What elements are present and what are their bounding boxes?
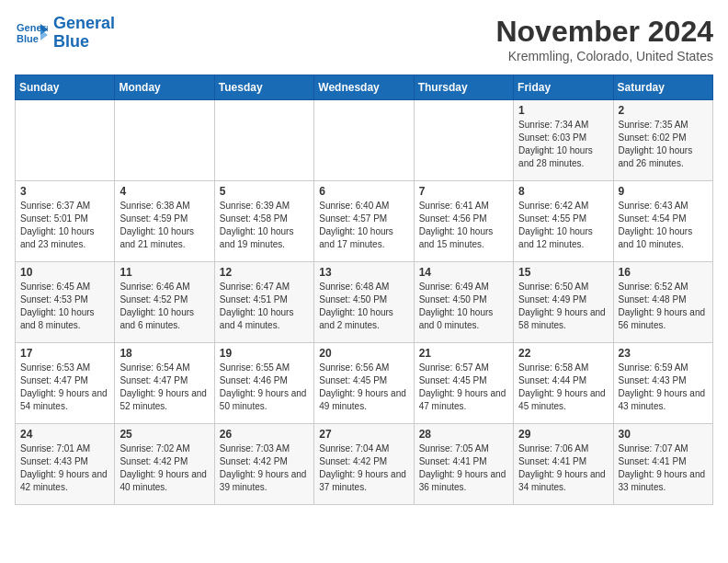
calendar-cell: 8Sunrise: 6:42 AM Sunset: 4:55 PM Daylig… bbox=[514, 181, 613, 262]
header-row: SundayMondayTuesdayWednesdayThursdayFrid… bbox=[16, 75, 713, 100]
day-number: 7 bbox=[419, 185, 508, 198]
cell-info: Sunrise: 6:46 AM Sunset: 4:52 PM Dayligh… bbox=[119, 281, 209, 332]
calendar-header: SundayMondayTuesdayWednesdayThursdayFrid… bbox=[16, 75, 713, 100]
cell-info: Sunrise: 6:55 AM Sunset: 4:46 PM Dayligh… bbox=[220, 362, 309, 413]
calendar-row: 17Sunrise: 6:53 AM Sunset: 4:47 PM Dayli… bbox=[16, 343, 713, 424]
calendar-row: 3Sunrise: 6:37 AM Sunset: 5:01 PM Daylig… bbox=[16, 181, 713, 262]
cell-info: Sunrise: 6:52 AM Sunset: 4:48 PM Dayligh… bbox=[619, 281, 708, 332]
calendar-cell: 30Sunrise: 7:07 AM Sunset: 4:41 PM Dayli… bbox=[613, 424, 712, 505]
calendar-cell: 17Sunrise: 6:53 AM Sunset: 4:47 PM Dayli… bbox=[16, 343, 115, 424]
calendar-cell bbox=[16, 100, 115, 181]
calendar-cell bbox=[414, 100, 513, 181]
day-number: 11 bbox=[119, 266, 209, 279]
header-day: Saturday bbox=[613, 75, 712, 100]
header-day: Wednesday bbox=[314, 75, 414, 100]
logo-line2: Blue bbox=[53, 32, 89, 51]
calendar-cell: 11Sunrise: 6:46 AM Sunset: 4:52 PM Dayli… bbox=[115, 262, 214, 343]
calendar-cell: 14Sunrise: 6:49 AM Sunset: 4:50 PM Dayli… bbox=[414, 262, 513, 343]
cell-info: Sunrise: 6:49 AM Sunset: 4:50 PM Dayligh… bbox=[419, 281, 508, 332]
day-number: 28 bbox=[419, 428, 508, 441]
day-number: 25 bbox=[119, 428, 209, 441]
day-number: 14 bbox=[419, 266, 508, 279]
day-number: 10 bbox=[20, 266, 109, 279]
calendar-cell: 12Sunrise: 6:47 AM Sunset: 4:51 PM Dayli… bbox=[214, 262, 313, 343]
cell-info: Sunrise: 7:05 AM Sunset: 4:41 PM Dayligh… bbox=[419, 442, 508, 494]
cell-info: Sunrise: 6:54 AM Sunset: 4:47 PM Dayligh… bbox=[119, 362, 209, 413]
calendar-cell: 4Sunrise: 6:38 AM Sunset: 4:59 PM Daylig… bbox=[115, 181, 214, 262]
header-day: Tuesday bbox=[214, 75, 313, 100]
cell-info: Sunrise: 6:47 AM Sunset: 4:51 PM Dayligh… bbox=[220, 281, 309, 332]
location: Kremmling, Colorado, United States bbox=[495, 49, 713, 63]
cell-info: Sunrise: 6:59 AM Sunset: 4:43 PM Dayligh… bbox=[619, 362, 708, 413]
day-number: 6 bbox=[319, 185, 408, 198]
cell-info: Sunrise: 7:04 AM Sunset: 4:42 PM Dayligh… bbox=[319, 442, 408, 494]
calendar-cell: 24Sunrise: 7:01 AM Sunset: 4:43 PM Dayli… bbox=[16, 424, 115, 505]
calendar-cell: 3Sunrise: 6:37 AM Sunset: 5:01 PM Daylig… bbox=[16, 181, 115, 262]
calendar-cell: 6Sunrise: 6:40 AM Sunset: 4:57 PM Daylig… bbox=[314, 181, 414, 262]
calendar-cell: 27Sunrise: 7:04 AM Sunset: 4:42 PM Dayli… bbox=[314, 424, 414, 505]
logo-text: General Blue bbox=[53, 15, 115, 52]
cell-info: Sunrise: 6:41 AM Sunset: 4:56 PM Dayligh… bbox=[419, 200, 508, 251]
cell-info: Sunrise: 6:38 AM Sunset: 4:59 PM Dayligh… bbox=[119, 200, 209, 251]
calendar-cell: 7Sunrise: 6:41 AM Sunset: 4:56 PM Daylig… bbox=[414, 181, 513, 262]
calendar-cell: 10Sunrise: 6:45 AM Sunset: 4:53 PM Dayli… bbox=[16, 262, 115, 343]
day-number: 29 bbox=[518, 428, 608, 441]
svg-text:Blue: Blue bbox=[17, 33, 39, 44]
cell-info: Sunrise: 6:48 AM Sunset: 4:50 PM Dayligh… bbox=[319, 281, 408, 332]
day-number: 1 bbox=[518, 104, 608, 117]
day-number: 16 bbox=[619, 266, 708, 279]
logo-icon: General Blue bbox=[15, 17, 48, 50]
calendar-cell bbox=[314, 100, 414, 181]
day-number: 4 bbox=[119, 185, 209, 198]
calendar-cell: 22Sunrise: 6:58 AM Sunset: 4:44 PM Dayli… bbox=[514, 343, 613, 424]
calendar-cell: 19Sunrise: 6:55 AM Sunset: 4:46 PM Dayli… bbox=[214, 343, 313, 424]
cell-info: Sunrise: 6:53 AM Sunset: 4:47 PM Dayligh… bbox=[20, 362, 109, 413]
cell-info: Sunrise: 6:39 AM Sunset: 4:58 PM Dayligh… bbox=[220, 200, 309, 251]
logo-line1: General bbox=[53, 14, 115, 32]
cell-info: Sunrise: 6:50 AM Sunset: 4:49 PM Dayligh… bbox=[518, 281, 608, 332]
day-number: 20 bbox=[319, 347, 408, 360]
cell-info: Sunrise: 6:58 AM Sunset: 4:44 PM Dayligh… bbox=[518, 362, 608, 413]
day-number: 8 bbox=[518, 185, 608, 198]
day-number: 22 bbox=[518, 347, 608, 360]
day-number: 9 bbox=[619, 185, 708, 198]
day-number: 27 bbox=[319, 428, 408, 441]
calendar-table: SundayMondayTuesdayWednesdayThursdayFrid… bbox=[15, 75, 713, 505]
cell-info: Sunrise: 6:57 AM Sunset: 4:45 PM Dayligh… bbox=[419, 362, 508, 413]
cell-info: Sunrise: 6:37 AM Sunset: 5:01 PM Dayligh… bbox=[20, 200, 109, 251]
calendar-cell: 23Sunrise: 6:59 AM Sunset: 4:43 PM Dayli… bbox=[613, 343, 712, 424]
calendar-cell: 26Sunrise: 7:03 AM Sunset: 4:42 PM Dayli… bbox=[214, 424, 313, 505]
logo: General Blue General Blue bbox=[15, 15, 115, 52]
day-number: 23 bbox=[619, 347, 708, 360]
calendar-cell: 16Sunrise: 6:52 AM Sunset: 4:48 PM Dayli… bbox=[613, 262, 712, 343]
cell-info: Sunrise: 7:34 AM Sunset: 6:03 PM Dayligh… bbox=[518, 119, 608, 170]
day-number: 12 bbox=[220, 266, 309, 279]
cell-info: Sunrise: 7:01 AM Sunset: 4:43 PM Dayligh… bbox=[20, 442, 109, 494]
cell-info: Sunrise: 6:42 AM Sunset: 4:55 PM Dayligh… bbox=[518, 200, 608, 251]
calendar-cell: 29Sunrise: 7:06 AM Sunset: 4:41 PM Dayli… bbox=[514, 424, 613, 505]
cell-info: Sunrise: 6:45 AM Sunset: 4:53 PM Dayligh… bbox=[20, 281, 109, 332]
calendar-body: 1Sunrise: 7:34 AM Sunset: 6:03 PM Daylig… bbox=[16, 100, 713, 505]
day-number: 15 bbox=[518, 266, 608, 279]
calendar-cell bbox=[115, 100, 214, 181]
day-number: 30 bbox=[619, 428, 708, 441]
calendar-cell: 5Sunrise: 6:39 AM Sunset: 4:58 PM Daylig… bbox=[214, 181, 313, 262]
calendar-cell: 13Sunrise: 6:48 AM Sunset: 4:50 PM Dayli… bbox=[314, 262, 414, 343]
calendar-cell: 28Sunrise: 7:05 AM Sunset: 4:41 PM Dayli… bbox=[414, 424, 513, 505]
cell-info: Sunrise: 7:07 AM Sunset: 4:41 PM Dayligh… bbox=[619, 442, 708, 494]
title-block: November 2024 Kremmling, Colorado, Unite… bbox=[495, 15, 713, 63]
day-number: 13 bbox=[319, 266, 408, 279]
day-number: 24 bbox=[20, 428, 109, 441]
day-number: 26 bbox=[220, 428, 309, 441]
header-day: Monday bbox=[115, 75, 214, 100]
calendar-cell: 2Sunrise: 7:35 AM Sunset: 6:02 PM Daylig… bbox=[613, 100, 712, 181]
day-number: 3 bbox=[20, 185, 109, 198]
cell-info: Sunrise: 7:35 AM Sunset: 6:02 PM Dayligh… bbox=[619, 119, 708, 170]
day-number: 2 bbox=[619, 104, 708, 117]
header-day: Sunday bbox=[16, 75, 115, 100]
calendar-cell: 25Sunrise: 7:02 AM Sunset: 4:42 PM Dayli… bbox=[115, 424, 214, 505]
cell-info: Sunrise: 6:40 AM Sunset: 4:57 PM Dayligh… bbox=[319, 200, 408, 251]
calendar-cell: 20Sunrise: 6:56 AM Sunset: 4:45 PM Dayli… bbox=[314, 343, 414, 424]
calendar-row: 24Sunrise: 7:01 AM Sunset: 4:43 PM Dayli… bbox=[16, 424, 713, 505]
calendar-cell: 9Sunrise: 6:43 AM Sunset: 4:54 PM Daylig… bbox=[613, 181, 712, 262]
